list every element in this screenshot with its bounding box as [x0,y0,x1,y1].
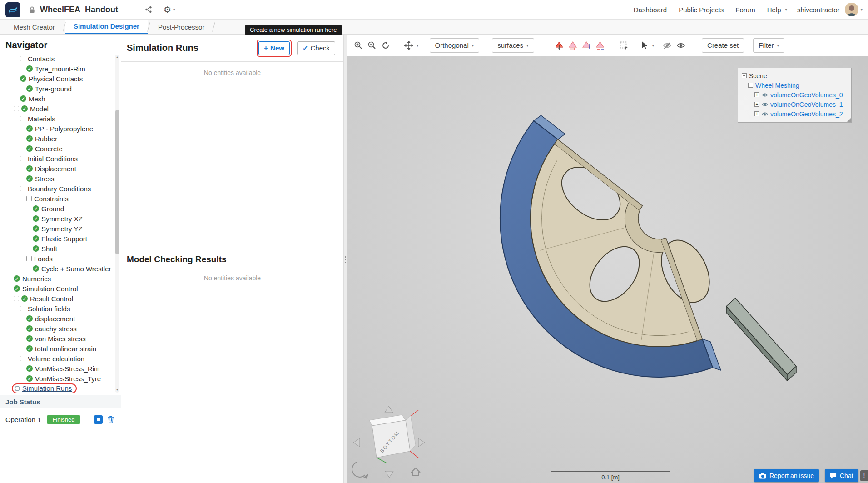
tree-item-vonmisesstress-rim[interactable]: VonMisesStress_Rim [0,363,114,373]
rotate-down-arrow-icon[interactable] [385,471,393,478]
tree-item-elastic-support[interactable]: Elastic Support [0,234,114,244]
zoom-out-icon[interactable] [366,40,378,51]
notification-tab[interactable]: ! [860,470,868,481]
rotate-left-arrow-icon[interactable] [353,438,360,447]
chevron-down-icon[interactable]: ▾ [173,7,175,12]
navigator-scrollbar[interactable]: ▲ ▼ [115,55,119,393]
scrollbar-thumb[interactable] [115,110,119,254]
scene-item-volumeongeovolumes-0[interactable]: +volumeOnGeoVolumes_0 [742,90,848,100]
tree-item-model[interactable]: Model [0,104,114,114]
tree-item-tyre-ground[interactable]: Tyre-ground [0,84,114,94]
scroll-down-icon[interactable]: ▼ [115,387,119,393]
nav-help[interactable]: Help▾ [767,6,787,14]
chevron-down-icon[interactable]: ▾ [652,43,655,48]
tree-item-mesh[interactable]: Mesh [0,94,114,104]
expand-icon[interactable]: + [754,111,759,116]
new-simulation-run-button[interactable]: + New [258,41,290,55]
expand-icon[interactable]: + [754,102,759,107]
tree-item-displacement[interactable]: displacement [0,314,114,324]
scroll-up-icon[interactable]: ▲ [115,55,119,60]
collapse-icon[interactable] [20,186,25,191]
share-icon[interactable] [144,5,153,14]
collapse-icon[interactable] [14,296,19,301]
scene-item-volumeongeovolumes-2[interactable]: +volumeOnGeoVolumes_2 [742,109,848,119]
rotate-right-arrow-icon[interactable] [418,438,425,447]
report-issue-button[interactable]: Report an issue [754,469,819,482]
roll-view-icon[interactable] [352,462,368,479]
viewport-canvas[interactable]: BOTTOM [347,56,868,483]
tree-item-physical-contacts[interactable]: Physical Contacts [0,74,114,84]
tree-item-von-mises-stress[interactable]: von Mises stress [0,334,114,344]
render-mode-dropdown[interactable]: surfaces▾ [492,38,534,53]
nav-forum[interactable]: Forum [735,6,755,14]
tree-item-solution-fields[interactable]: Solution fields [0,304,114,314]
tree-item-shaft[interactable]: Shaft [0,244,114,254]
collapse-icon[interactable] [26,256,32,261]
mirror-tool-icon[interactable] [567,40,579,51]
tree-item-constraints[interactable]: Constraints [0,194,114,204]
pan-tool-icon[interactable] [403,40,415,51]
tree-item-loads[interactable]: Loads [0,254,114,264]
tree-item-result-control[interactable]: Result Control [0,294,114,304]
check-model-button[interactable]: ✓ Check [297,41,335,55]
collapse-icon[interactable] [20,356,25,361]
collapse-icon[interactable] [20,56,25,61]
tree-item-boundary-conditions[interactable]: Boundary Conditions [0,184,114,194]
cursor-select-icon[interactable] [639,40,650,51]
collapse-icon[interactable]: − [742,73,747,78]
transform-tool-icon[interactable] [594,40,606,51]
create-set-button[interactable]: Create set [702,38,744,53]
tree-item-simulation-runs[interactable]: Simulation Runs [0,383,114,393]
tab-post-processor[interactable]: Post-Processor [150,20,213,34]
chevron-down-icon[interactable]: ▾ [860,7,863,12]
tree-item-cauchy-stress[interactable]: cauchy stress [0,324,114,334]
collapse-icon[interactable]: − [748,83,753,88]
eye-icon[interactable] [762,101,768,108]
projection-dropdown[interactable]: Orthogonal▾ [430,38,480,53]
tree-item-tyre-mount-rim[interactable]: Tyre_mount-Rim [0,64,114,74]
tree-item-total-nonlinear-strain[interactable]: total nonlinear strain [0,344,114,354]
tree-item-volume-calculation[interactable]: Volume calculation [0,354,114,363]
panel-resize-divider[interactable] [343,35,347,483]
tree-item-symmetry-xz[interactable]: Symmetry XZ [0,214,114,224]
gear-icon[interactable]: ⚙ [164,5,171,14]
tree-item-contacts[interactable]: Contacts [0,54,114,64]
zoom-in-icon[interactable] [352,40,364,51]
scene-item-wheel-meshing[interactable]: −Wheel Meshing [742,80,848,90]
chevron-down-icon[interactable]: ▾ [417,43,419,48]
tab-simulation-designer[interactable]: Simulation Designer [65,20,148,34]
tree-item-numerics[interactable]: Numerics [0,274,114,284]
scene-item-volumeongeovolumes-1[interactable]: +volumeOnGeoVolumes_1 [742,100,848,109]
hide-selection-icon[interactable] [661,40,673,51]
tree-item-ground[interactable]: Ground [0,204,114,214]
collapse-icon[interactable] [26,196,32,201]
collapse-icon[interactable] [20,156,25,161]
collapse-icon[interactable] [20,306,25,311]
filter-dropdown[interactable]: Filter▾ [753,38,784,53]
tree-item-rubber[interactable]: Rubber [0,134,114,144]
eye-icon[interactable] [762,111,768,117]
home-view-icon[interactable] [411,468,420,476]
reset-view-icon[interactable] [380,40,392,51]
rotate-up-arrow-icon[interactable] [385,406,393,413]
tab-mesh-creator[interactable]: Mesh Creator [5,20,63,34]
tree-item-simulation-control[interactable]: Simulation Control [0,284,114,294]
tree-item-stress[interactable]: Stress [0,174,114,184]
tree-item-displacement[interactable]: Displacement [0,164,114,174]
tree-item-vonmisesstress-tyre[interactable]: VonMisesStress_Tyre [0,373,114,383]
tree-item-materials[interactable]: Materials [0,114,114,124]
nav-public-projects[interactable]: Public Projects [679,6,724,14]
nav-dashboard[interactable]: Dashboard [634,6,667,14]
tree-item-pp-polypropylene[interactable]: PP - Polypropylene [0,124,114,134]
tree-item-symmetry-yz[interactable]: Symmetry YZ [0,224,114,234]
box-select-icon[interactable] [618,40,630,51]
stop-job-button[interactable] [94,415,103,424]
chat-button[interactable]: Chat [825,469,858,482]
app-logo-icon[interactable] [5,2,20,17]
collapse-icon[interactable] [14,106,19,111]
section-plane-icon[interactable] [553,40,565,51]
collapse-icon[interactable] [20,116,25,121]
scene-item-scene-root[interactable]: −Scene [742,71,848,80]
tree-item-initial-conditions[interactable]: Initial Conditions [0,154,114,164]
avatar[interactable] [845,3,858,16]
